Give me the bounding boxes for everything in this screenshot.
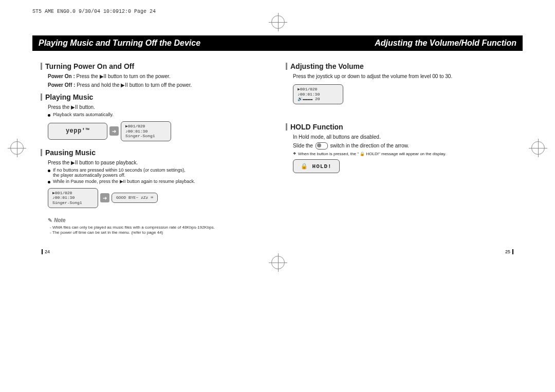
print-header: ST5 AME ENG0.0 9/30/04 10:0912:0 Page 24: [32, 9, 156, 14]
section-title: Turning Power On and Off: [45, 62, 134, 70]
lcd-line: Singer-Song1: [52, 200, 94, 206]
text: If no buttons are pressed within 10 seco…: [53, 167, 186, 173]
lcd-goodbye: GOOD BYE~ zZz ⌨: [112, 193, 158, 203]
press-pause-line: Press the ▶II button to pause playback.: [48, 159, 269, 166]
lcd-track-info: ▶001/020 ♪00:01:30 Singer-Song1: [48, 188, 98, 208]
section-title: Adjusting the Volume: [290, 62, 364, 70]
title-bar: Playing Music and Turning Off the Device…: [32, 35, 523, 51]
page-number-right: 25: [505, 249, 513, 254]
lcd-track-info: ▶001/020 ♪00:01:30 Singer-Song1: [121, 121, 171, 141]
note-heading: Note: [48, 217, 269, 223]
text: switch in the direction of the arrow.: [330, 143, 409, 148]
section-title: HOLD Function: [290, 123, 343, 131]
lcd-row-volume: ▶001/020 ♪00:01:30 🔊▬▬▬▬ 20: [293, 84, 343, 104]
lcd-line: ♪00:01:30: [298, 92, 339, 97]
section-title: Playing Music: [45, 93, 93, 101]
right-page: Adjusting the Volume Press the joystick …: [278, 51, 523, 235]
section-turning-power: Turning Power On and Off: [41, 62, 269, 70]
hold-switch-icon: [316, 142, 328, 150]
lcd-line: ▶001/020: [125, 124, 166, 129]
text: Press and hold the ▶II button to turn of…: [77, 82, 192, 88]
power-off-line: Power Off : Press and hold the ▶II butto…: [48, 81, 269, 89]
label-power-off: Power Off :: [48, 82, 77, 88]
label-power-on: Power On :: [48, 73, 77, 79]
power-on-line: Power On : Press the ▶II button to turn …: [48, 72, 269, 80]
page-spread: Playing Music and Turning Off the Device…: [32, 23, 523, 369]
text: Slide the: [293, 143, 313, 148]
bullet-resume: While in Pause mode, press the ▶II butto…: [48, 179, 269, 184]
bullet-auto-off: If no buttons are pressed within 10 seco…: [48, 167, 269, 178]
lcd-line: ♪00:01:30: [125, 129, 166, 134]
lcd-volume: ▶001/020 ♪00:01:30 🔊▬▬▬▬ 20: [293, 84, 343, 104]
arrow-icon: ➔: [100, 193, 109, 202]
slide-switch-line: Slide the switch in the direction of the…: [293, 142, 514, 150]
lcd-line: 🔊▬▬▬▬ 20: [298, 97, 339, 102]
section-hold-function: HOLD Function: [286, 123, 514, 131]
lcd-logo: yepp'™: [48, 123, 107, 139]
lcd-row-playing: yepp'™ ➔ ▶001/020 ♪00:01:30 Singer-Song1: [48, 121, 171, 141]
section-adjusting-volume: Adjusting the Volume: [286, 62, 514, 70]
section-pausing-music: Pausing Music: [41, 148, 269, 157]
note-wma: - WMA files can only be played as music …: [50, 225, 269, 230]
arrow-icon: ➔: [109, 126, 119, 136]
hold-message-note: When the button is pressed, the " 🔒 HOLD…: [293, 152, 514, 156]
title-left: Playing Music and Turning Off the Device: [39, 39, 200, 48]
lcd-line: ♪00:01:30: [52, 195, 94, 200]
section-title: Pausing Music: [45, 148, 96, 157]
lcd-line: Singer-Song1: [125, 134, 166, 139]
hold-mode-desc: In Hold mode, all buttons are disabled.: [293, 133, 514, 141]
volume-instruction: Press the joystick up or down to adjust …: [293, 72, 514, 80]
title-right: Adjusting the Volume/Hold Function: [375, 39, 516, 48]
lcd-row-pause: ▶001/020 ♪00:01:30 Singer-Song1 ➔ GOOD B…: [48, 188, 158, 208]
note-label: Note: [54, 217, 65, 223]
note-poweroff-time: - The power off time can be set in the m…: [50, 230, 269, 235]
page-number-left: 24: [42, 249, 50, 254]
lcd-line: ▶001/020: [298, 87, 339, 92]
left-page: Turning Power On and Off Power On : Pres…: [32, 51, 278, 235]
crop-target-left: [10, 141, 24, 155]
lcd-line: ▶001/020: [52, 191, 94, 196]
section-playing-music: Playing Music: [41, 93, 269, 101]
lcd-hold-message: 🔒 HOLD!: [293, 159, 340, 173]
bullet-playback-auto: Playback starts automatically.: [48, 112, 269, 117]
crop-target-right: [531, 141, 545, 155]
text: the player automatically powers off.: [53, 173, 125, 178]
press-play-line: Press the ▶II button.: [48, 103, 269, 111]
text: Press the ▶II button to turn on the powe…: [77, 73, 171, 79]
